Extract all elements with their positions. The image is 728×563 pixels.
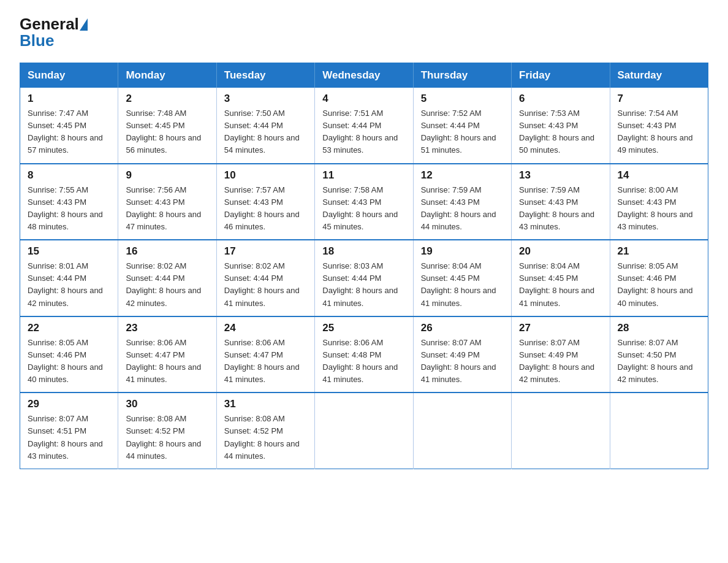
day-info: Sunrise: 8:07 AMSunset: 4:49 PMDaylight:… (421, 337, 504, 386)
day-number: 5 (421, 93, 504, 105)
calendar-day-cell: 2Sunrise: 7:48 AMSunset: 4:45 PMDaylight… (118, 88, 216, 164)
day-info: Sunrise: 7:51 AMSunset: 4:44 PMDaylight:… (322, 107, 405, 157)
header-wednesday: Wednesday (315, 63, 413, 88)
calendar-empty-cell (512, 393, 610, 469)
day-number: 31 (224, 398, 307, 410)
calendar-day-cell: 25Sunrise: 8:06 AMSunset: 4:48 PMDayligh… (315, 316, 413, 393)
day-info: Sunrise: 8:04 AMSunset: 4:45 PMDaylight:… (421, 260, 504, 310)
calendar-day-cell: 3Sunrise: 7:50 AMSunset: 4:44 PMDaylight… (216, 88, 314, 164)
calendar-day-cell: 26Sunrise: 8:07 AMSunset: 4:49 PMDayligh… (413, 316, 511, 393)
day-number: 17 (224, 245, 307, 258)
calendar-day-cell: 6Sunrise: 7:53 AMSunset: 4:43 PMDaylight… (512, 88, 610, 164)
calendar-day-cell: 21Sunrise: 8:05 AMSunset: 4:46 PMDayligh… (610, 240, 708, 316)
day-number: 28 (618, 322, 700, 334)
day-info: Sunrise: 8:02 AMSunset: 4:44 PMDaylight:… (224, 260, 307, 310)
calendar-day-cell: 13Sunrise: 7:59 AMSunset: 4:43 PMDayligh… (512, 164, 610, 240)
calendar-week-row: 8Sunrise: 7:55 AMSunset: 4:43 PMDaylight… (20, 164, 708, 240)
day-number: 16 (126, 245, 208, 258)
header-monday: Monday (118, 63, 216, 88)
day-info: Sunrise: 7:47 AMSunset: 4:45 PMDaylight:… (28, 107, 110, 157)
day-info: Sunrise: 7:54 AMSunset: 4:43 PMDaylight:… (618, 107, 700, 157)
header-saturday: Saturday (610, 63, 708, 88)
page-header: General Blue (20, 15, 708, 50)
day-number: 8 (28, 169, 110, 182)
day-info: Sunrise: 8:08 AMSunset: 4:52 PMDaylight:… (224, 413, 307, 462)
calendar-day-cell: 11Sunrise: 7:58 AMSunset: 4:43 PMDayligh… (315, 164, 413, 240)
day-info: Sunrise: 8:00 AMSunset: 4:43 PMDaylight:… (618, 184, 700, 234)
logo: General Blue (20, 15, 88, 50)
day-info: Sunrise: 7:55 AMSunset: 4:43 PMDaylight:… (28, 184, 110, 234)
calendar-week-row: 29Sunrise: 8:07 AMSunset: 4:51 PMDayligh… (20, 393, 708, 469)
calendar-day-cell: 29Sunrise: 8:07 AMSunset: 4:51 PMDayligh… (20, 393, 118, 469)
calendar-empty-cell (610, 393, 708, 469)
calendar-day-cell: 12Sunrise: 7:59 AMSunset: 4:43 PMDayligh… (413, 164, 511, 240)
day-number: 4 (322, 93, 405, 105)
calendar-day-cell: 1Sunrise: 7:47 AMSunset: 4:45 PMDaylight… (20, 88, 118, 164)
day-number: 11 (322, 169, 405, 182)
day-number: 22 (28, 322, 110, 334)
header-sunday: Sunday (20, 63, 118, 88)
day-info: Sunrise: 7:48 AMSunset: 4:45 PMDaylight:… (126, 107, 208, 157)
day-number: 27 (519, 322, 602, 334)
day-info: Sunrise: 8:04 AMSunset: 4:45 PMDaylight:… (519, 260, 602, 310)
logo-blue-text: Blue (20, 31, 54, 50)
day-info: Sunrise: 8:07 AMSunset: 4:50 PMDaylight:… (618, 337, 700, 386)
day-number: 6 (519, 93, 602, 105)
day-number: 10 (224, 169, 307, 182)
day-info: Sunrise: 8:07 AMSunset: 4:51 PMDaylight:… (28, 413, 110, 462)
calendar-week-row: 15Sunrise: 8:01 AMSunset: 4:44 PMDayligh… (20, 240, 708, 316)
day-number: 7 (618, 93, 700, 105)
day-number: 30 (126, 398, 208, 410)
calendar-day-cell: 23Sunrise: 8:06 AMSunset: 4:47 PMDayligh… (118, 316, 216, 393)
calendar-empty-cell (413, 393, 511, 469)
day-info: Sunrise: 8:05 AMSunset: 4:46 PMDaylight:… (28, 337, 110, 386)
header-thursday: Thursday (413, 63, 511, 88)
day-number: 1 (28, 93, 110, 105)
day-info: Sunrise: 8:06 AMSunset: 4:47 PMDaylight:… (126, 337, 208, 386)
day-number: 12 (421, 169, 504, 182)
calendar-day-cell: 22Sunrise: 8:05 AMSunset: 4:46 PMDayligh… (20, 316, 118, 393)
day-number: 18 (322, 245, 405, 258)
day-info: Sunrise: 8:06 AMSunset: 4:47 PMDaylight:… (224, 337, 307, 386)
calendar-day-cell: 18Sunrise: 8:03 AMSunset: 4:44 PMDayligh… (315, 240, 413, 316)
day-info: Sunrise: 7:59 AMSunset: 4:43 PMDaylight:… (519, 184, 602, 234)
calendar-header-row: SundayMondayTuesdayWednesdayThursdayFrid… (20, 63, 708, 88)
day-number: 23 (126, 322, 208, 334)
day-number: 25 (322, 322, 405, 334)
day-number: 14 (618, 169, 700, 182)
calendar-day-cell: 16Sunrise: 8:02 AMSunset: 4:44 PMDayligh… (118, 240, 216, 316)
day-number: 21 (618, 245, 700, 258)
calendar-day-cell: 17Sunrise: 8:02 AMSunset: 4:44 PMDayligh… (216, 240, 314, 316)
day-info: Sunrise: 8:08 AMSunset: 4:52 PMDaylight:… (126, 413, 208, 462)
calendar-day-cell: 15Sunrise: 8:01 AMSunset: 4:44 PMDayligh… (20, 240, 118, 316)
calendar-day-cell: 30Sunrise: 8:08 AMSunset: 4:52 PMDayligh… (118, 393, 216, 469)
day-info: Sunrise: 7:57 AMSunset: 4:43 PMDaylight:… (224, 184, 307, 234)
day-number: 26 (421, 322, 504, 334)
day-info: Sunrise: 8:06 AMSunset: 4:48 PMDaylight:… (322, 337, 405, 386)
header-friday: Friday (512, 63, 610, 88)
calendar-day-cell: 24Sunrise: 8:06 AMSunset: 4:47 PMDayligh… (216, 316, 314, 393)
header-tuesday: Tuesday (216, 63, 314, 88)
calendar-week-row: 1Sunrise: 7:47 AMSunset: 4:45 PMDaylight… (20, 88, 708, 164)
calendar-day-cell: 27Sunrise: 8:07 AMSunset: 4:49 PMDayligh… (512, 316, 610, 393)
calendar-empty-cell (315, 393, 413, 469)
calendar-day-cell: 14Sunrise: 8:00 AMSunset: 4:43 PMDayligh… (610, 164, 708, 240)
calendar-day-cell: 8Sunrise: 7:55 AMSunset: 4:43 PMDaylight… (20, 164, 118, 240)
day-number: 15 (28, 245, 110, 258)
day-info: Sunrise: 8:03 AMSunset: 4:44 PMDaylight:… (322, 260, 405, 310)
calendar-day-cell: 31Sunrise: 8:08 AMSunset: 4:52 PMDayligh… (216, 393, 314, 469)
calendar-table: SundayMondayTuesdayWednesdayThursdayFrid… (20, 63, 708, 469)
day-number: 19 (421, 245, 504, 258)
day-info: Sunrise: 7:53 AMSunset: 4:43 PMDaylight:… (519, 107, 602, 157)
day-info: Sunrise: 8:02 AMSunset: 4:44 PMDaylight:… (126, 260, 208, 310)
calendar-day-cell: 4Sunrise: 7:51 AMSunset: 4:44 PMDaylight… (315, 88, 413, 164)
day-info: Sunrise: 7:59 AMSunset: 4:43 PMDaylight:… (421, 184, 504, 234)
day-number: 29 (28, 398, 110, 410)
day-number: 13 (519, 169, 602, 182)
day-info: Sunrise: 7:56 AMSunset: 4:43 PMDaylight:… (126, 184, 208, 234)
day-number: 3 (224, 93, 307, 105)
day-number: 2 (126, 93, 208, 105)
calendar-day-cell: 28Sunrise: 8:07 AMSunset: 4:50 PMDayligh… (610, 316, 708, 393)
day-number: 9 (126, 169, 208, 182)
day-info: Sunrise: 7:50 AMSunset: 4:44 PMDaylight:… (224, 107, 307, 157)
